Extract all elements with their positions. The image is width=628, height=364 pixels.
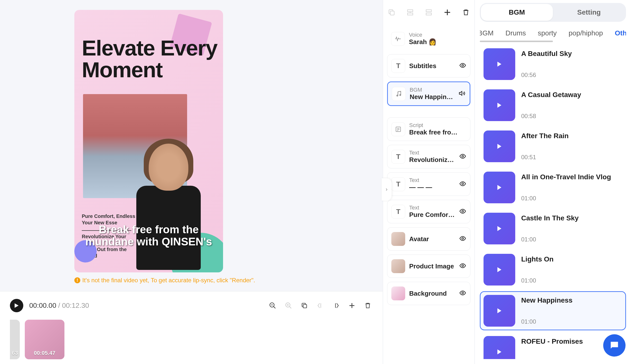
bgm-duration: 00:56	[521, 71, 572, 78]
layer-product-image[interactable]: Product Image	[387, 254, 471, 278]
layer-bgm[interactable]: BGM New Happiness	[387, 81, 471, 106]
layer-avatar[interactable]: Avatar	[387, 227, 471, 250]
timeline-clip[interactable]: 00:05.47	[25, 320, 65, 359]
render-warning: ! It's not the final video yet, To get a…	[74, 277, 383, 284]
bgm-track[interactable]: All in One-Travel Indie Vlog 01:00	[480, 168, 626, 207]
bgm-track[interactable]: Lights On 01:00	[480, 250, 626, 289]
bgm-play-thumb[interactable]	[483, 130, 515, 162]
bgm-track[interactable]: After The Rain 00:51	[480, 127, 626, 166]
svg-point-19	[462, 65, 464, 66]
layer-background[interactable]: Background	[387, 282, 471, 305]
playback-bar: 00:00.00 / 00:12.30	[0, 291, 383, 315]
preview-canvas[interactable]: Elevate Every Moment Pure Comfort, Endle…	[74, 10, 223, 272]
tab-bgm[interactable]: BGM	[481, 4, 553, 21]
svg-line-4	[290, 306, 292, 308]
svg-point-26	[462, 155, 464, 157]
visibility-icon[interactable]	[459, 290, 466, 297]
svg-rect-14	[407, 13, 413, 15]
bgm-duration: 01:00	[521, 318, 572, 325]
bgm-track[interactable]: Castle In The Sky 01:00	[480, 209, 626, 248]
music-icon	[392, 87, 406, 101]
bgm-title: ROFEU - Promises	[521, 338, 583, 345]
add-layer-icon[interactable]	[443, 7, 452, 17]
visibility-icon[interactable]	[459, 208, 466, 216]
visibility-icon[interactable]	[459, 62, 466, 70]
bgm-title: A Beautiful Sky	[521, 50, 572, 58]
visibility-icon[interactable]	[459, 153, 466, 161]
delete-layer-icon[interactable]	[462, 7, 471, 17]
layers-panel: Voice Sarah 👩 T Subtitles BGM New Happin…	[383, 0, 474, 364]
layer-subtitles[interactable]: T Subtitles	[387, 54, 471, 77]
svg-point-20	[397, 95, 398, 96]
bgm-panel: BGM Setting y BGM Drums sporty pop/hipho…	[474, 0, 628, 364]
bgm-setting-tabs: BGM Setting	[480, 3, 626, 22]
bgm-list[interactable]: A Beautiful Sky 00:56 A Casual Getaway 0…	[480, 45, 626, 359]
bgm-title: Castle In The Sky	[521, 214, 579, 222]
duplicate-icon[interactable]	[299, 301, 309, 310]
background-thumb	[391, 287, 405, 300]
add-clip-icon[interactable]	[347, 301, 357, 310]
text-icon: T	[391, 150, 405, 164]
svg-rect-16	[426, 10, 431, 12]
visibility-icon[interactable]	[459, 262, 466, 270]
split-right-icon[interactable]	[331, 301, 341, 310]
zoom-out-icon[interactable]	[268, 301, 278, 310]
layer-text-1[interactable]: T Text Revolutionize …	[387, 145, 471, 168]
chat-button[interactable]	[603, 334, 626, 357]
svg-point-30	[462, 265, 464, 267]
bgm-duration: 01:00	[521, 236, 579, 243]
play-button[interactable]	[10, 299, 23, 312]
clip-time: 63	[12, 350, 18, 356]
split-left-icon	[315, 301, 325, 310]
preview-title: Elevate Every Moment	[82, 37, 223, 81]
volume-icon[interactable]	[459, 90, 466, 98]
svg-point-28	[462, 210, 464, 212]
svg-rect-12	[390, 11, 394, 15]
bgm-title: New Happiness	[521, 296, 572, 304]
layer-voice[interactable]: Voice Sarah 👩	[387, 27, 471, 50]
voice-icon	[391, 32, 405, 46]
bgm-play-thumb[interactable]	[483, 295, 515, 327]
timeline-strip[interactable]: 63 00:05.47	[0, 315, 383, 364]
bgm-play-thumb[interactable]	[483, 213, 515, 244]
bgm-duration: 00:58	[521, 113, 581, 120]
svg-line-1	[274, 306, 276, 308]
layer-script[interactable]: Script Break free fro…	[387, 117, 471, 141]
script-icon	[391, 122, 405, 136]
svg-rect-15	[426, 13, 431, 15]
bgm-play-thumb[interactable]	[483, 89, 515, 121]
bgm-track[interactable]: A Beautiful Sky 00:56	[480, 45, 626, 84]
bgm-play-thumb[interactable]	[483, 48, 515, 80]
bgm-track[interactable]: New Happiness 01:00	[480, 291, 626, 330]
tab-setting[interactable]: Setting	[553, 4, 625, 21]
svg-rect-7	[303, 304, 307, 308]
text-icon: T	[391, 177, 405, 191]
timecode: 00:00.00 / 00:12.30	[29, 302, 89, 309]
cat-pop[interactable]: pop/hiphop	[568, 29, 603, 37]
bgm-play-thumb[interactable]	[483, 172, 515, 203]
timeline-clip[interactable]: 63	[10, 320, 20, 359]
bgm-play-thumb[interactable]	[483, 336, 515, 359]
bgm-categories[interactable]: y BGM Drums sporty pop/hiphop Oth	[480, 27, 626, 42]
layer-up-icon[interactable]	[406, 7, 414, 17]
cat-other[interactable]: Oth	[615, 29, 626, 37]
bgm-duration: 01:00	[521, 195, 611, 202]
layer-text-2[interactable]: T Text — — —	[387, 172, 471, 196]
bgm-title: Lights On	[521, 255, 554, 263]
svg-point-31	[462, 292, 464, 294]
avatar-thumb	[391, 232, 405, 246]
cat-my-bgm[interactable]: y BGM	[480, 29, 494, 37]
visibility-icon[interactable]	[459, 235, 466, 243]
bgm-duration: 01:00	[521, 277, 554, 284]
bgm-track[interactable]: A Casual Getaway 00:58	[480, 86, 626, 125]
visibility-icon[interactable]	[459, 180, 466, 188]
layer-text-3[interactable]: T Text Pure Comfort,…	[387, 200, 471, 223]
zoom-in-icon	[284, 301, 293, 310]
cat-drums[interactable]: Drums	[506, 29, 526, 37]
copy-layer-icon[interactable]	[387, 7, 396, 17]
delete-clip-icon[interactable]	[363, 301, 373, 310]
bgm-play-thumb[interactable]	[483, 254, 515, 286]
layer-down-icon[interactable]	[424, 7, 433, 17]
collapse-panel-button[interactable]: ›	[382, 178, 392, 201]
cat-sporty[interactable]: sporty	[538, 29, 557, 37]
